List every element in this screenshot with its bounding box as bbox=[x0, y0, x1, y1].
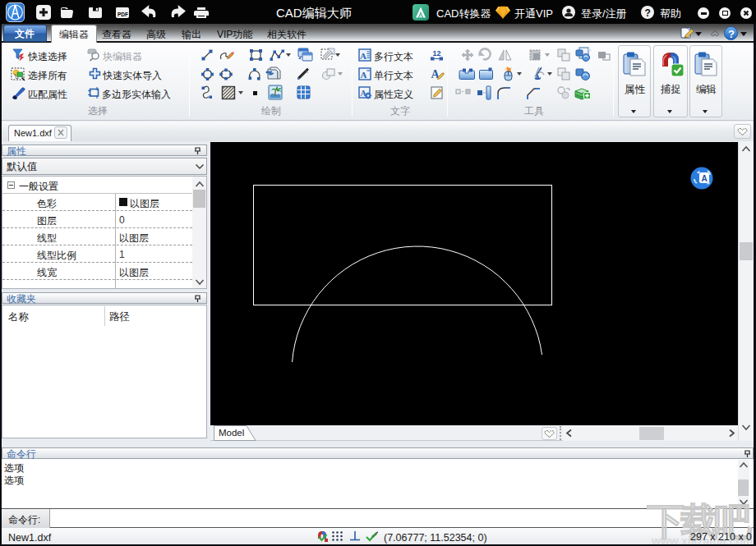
svg-text:A: A bbox=[360, 51, 366, 61]
svg-text:A: A bbox=[361, 70, 367, 80]
svg-text:A: A bbox=[701, 174, 707, 183]
svg-text:PDF: PDF bbox=[118, 11, 128, 17]
svg-text:12: 12 bbox=[432, 49, 440, 57]
